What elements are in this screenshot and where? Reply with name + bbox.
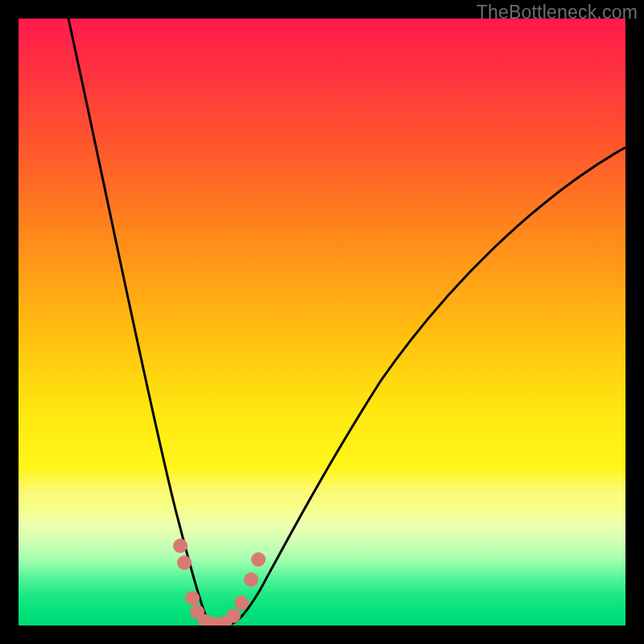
marker-dot [234,596,249,610]
marker-dot [173,539,188,553]
curve-right-branch [229,147,625,625]
chart-plot-area [19,19,625,625]
marker-dot [251,552,266,567]
watermark-text: TheBottleneck.com [477,2,638,23]
marker-dot [244,572,258,587]
curve-left-branch [68,19,215,625]
marker-dot [185,591,200,605]
marker-dot [177,555,192,570]
bottleneck-curve [19,19,625,625]
marker-dot [226,609,241,623]
